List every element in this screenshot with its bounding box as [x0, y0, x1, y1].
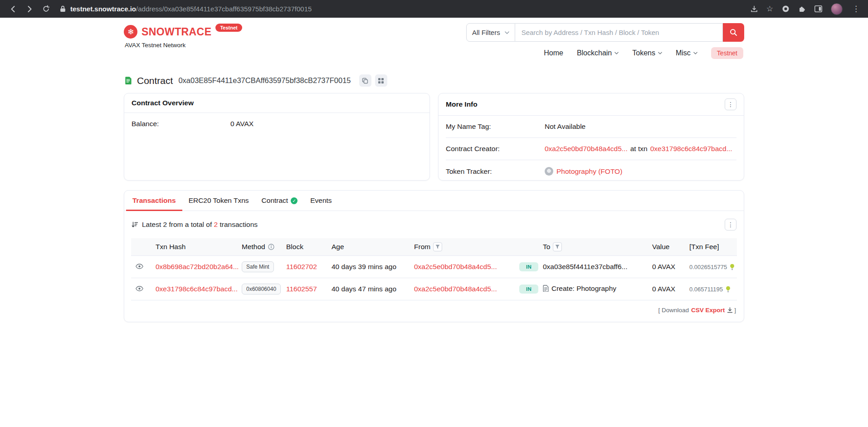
tab-contract[interactable]: Contract✓ — [255, 191, 304, 211]
from-address-link[interactable]: 0xa2c5e0bd70b48a4cd5... — [414, 263, 497, 270]
gas-lightbulb-icon — [726, 286, 731, 293]
contract-icon — [124, 76, 132, 85]
snowflake-logo-icon: ❄ — [124, 25, 137, 39]
qr-code-button[interactable] — [375, 74, 387, 87]
from-filter-button[interactable] — [433, 242, 442, 251]
browser-share-button[interactable] — [751, 5, 758, 13]
txn-hash-link[interactable]: 0x8b698ac72bd20b2a64... — [156, 263, 238, 270]
txn-hash-link[interactable]: 0xe31798c6c84c97bacd... — [156, 285, 238, 293]
chevron-down-icon — [614, 52, 619, 54]
table-row: 0x8b698ac72bd20b2a64... Safe Mint 116027… — [131, 256, 737, 278]
eye-icon — [136, 286, 143, 291]
page-title-row: Contract 0xa03E85F4411e37CBAff635975bf38… — [124, 74, 744, 87]
transactions-card: Transactions ERC20 Token Txns Contract✓ … — [124, 190, 744, 322]
search-input[interactable] — [515, 23, 723, 42]
transactions-summary-row: Latest 2 from a total of 2 transactions … — [131, 211, 737, 238]
browser-forward-button[interactable] — [23, 2, 36, 16]
nav-misc[interactable]: Misc — [676, 49, 697, 57]
name-tag-label: My Name Tag: — [446, 123, 545, 131]
chevron-down-icon — [505, 31, 509, 34]
csv-export-row: [ Download CSV Export ] — [131, 300, 737, 314]
tab-transactions[interactable]: Transactions — [126, 191, 182, 211]
transactions-count: 2 — [214, 221, 218, 228]
browser-chrome: testnet.snowtrace.io/address/0xa03e85f44… — [0, 0, 868, 18]
page-title: Contract — [137, 75, 173, 86]
token-tracker-link[interactable]: Photography (FOTO) — [556, 167, 622, 176]
split-view-button[interactable] — [814, 5, 822, 12]
browser-reload-button[interactable] — [39, 2, 53, 16]
block-link[interactable]: 11602702 — [286, 263, 317, 270]
txn-value: 0 AVAX — [652, 285, 675, 293]
name-tag-value: Not Available — [545, 123, 585, 131]
extension-button-2[interactable] — [798, 5, 806, 13]
browser-profile-avatar[interactable] — [831, 3, 843, 15]
main-nav: Home Blockchain Tokens Misc Testnet — [544, 47, 744, 59]
sort-icon — [132, 221, 138, 228]
txn-fee: 0.065711195 — [689, 286, 723, 293]
to-address: Create: Photography — [551, 285, 616, 293]
token-tracker-row: Token Tracker: Photography (FOTO) — [446, 160, 736, 182]
at-txn-label: at txn — [630, 145, 648, 153]
txn-value: 0 AVAX — [652, 263, 675, 270]
method-badge: 0x60806040 — [242, 284, 281, 294]
bookmark-star-icon[interactable]: ☆ — [766, 5, 773, 13]
search-filter-select[interactable]: All Filters — [466, 23, 515, 42]
col-age-toggle[interactable]: Age — [328, 238, 410, 256]
tab-events[interactable]: Events — [304, 191, 338, 211]
info-icon[interactable] — [268, 244, 274, 250]
transactions-menu-button[interactable]: ⋮ — [725, 219, 736, 231]
brand-testnet-badge: Testnet — [215, 24, 242, 32]
txn-preview-eye-button[interactable] — [135, 263, 144, 270]
col-txn-fee[interactable]: [Txn Fee] — [686, 238, 737, 256]
csv-export-link[interactable]: CSV Export — [691, 307, 725, 314]
direction-badge: IN — [519, 285, 538, 294]
lock-icon — [60, 5, 66, 12]
balance-row: Balance: 0 AVAX — [132, 113, 422, 135]
extension-circle-icon — [782, 5, 790, 13]
more-info-menu-button[interactable]: ⋮ — [725, 98, 736, 110]
contract-creation-icon — [543, 285, 549, 292]
token-logo-icon — [545, 167, 553, 176]
copy-address-button[interactable] — [359, 74, 371, 87]
testnet-network-button[interactable]: Testnet — [711, 47, 743, 59]
txn-fee: 0.0026515775 — [689, 264, 727, 270]
to-filter-button[interactable] — [553, 242, 562, 251]
search-button[interactable] — [723, 23, 744, 42]
method-badge: Safe Mint — [242, 261, 274, 272]
block-link[interactable]: 11602557 — [286, 285, 317, 293]
extension-button-1[interactable] — [782, 5, 790, 13]
nav-blockchain[interactable]: Blockchain — [577, 49, 619, 57]
creation-txn-link[interactable]: 0xe31798c6c84c97bacd... — [650, 145, 732, 153]
contract-creator-row: Contract Creator: 0xa2c5e0bd70b48a4cd5..… — [446, 138, 736, 160]
arrow-right-icon — [25, 5, 34, 13]
name-tag-row: My Name Tag: Not Available — [446, 116, 736, 138]
col-to: To — [539, 238, 649, 256]
tabbar: Transactions ERC20 Token Txns Contract✓ … — [124, 191, 744, 211]
direction-badge: IN — [519, 262, 538, 271]
contract-address: 0xa03E85F4411e37CBAff635975bf38cB2737F00… — [178, 76, 351, 85]
address-bar[interactable]: testnet.snowtrace.io/address/0xa03e85f44… — [60, 5, 748, 13]
col-value: Value — [649, 238, 686, 256]
more-info-card: More Info ⋮ My Name Tag: Not Available C… — [438, 93, 744, 181]
from-address-link[interactable]: 0xa2c5e0bd70b48a4cd5... — [414, 285, 497, 293]
nav-home[interactable]: Home — [544, 49, 563, 57]
contract-overview-card: Contract Overview Balance: 0 AVAX — [124, 93, 430, 181]
snowtrace-logo[interactable]: ❄ SNOWTRACE Testnet — [124, 25, 242, 39]
table-header-row: Txn Hash Method Block Age From To Value … — [131, 238, 737, 256]
copy-icon — [362, 78, 368, 84]
token-tracker-label: Token Tracker: — [446, 167, 545, 176]
funnel-icon — [555, 245, 560, 249]
col-from: From — [410, 238, 516, 256]
site-header: ❄ SNOWTRACE Testnet AVAX Testnet Network… — [0, 18, 868, 64]
funnel-icon — [435, 245, 440, 249]
browser-menu-button[interactable]: ⋮ — [851, 5, 861, 13]
arrow-left-icon — [9, 5, 17, 13]
txn-preview-eye-button[interactable] — [135, 285, 144, 292]
tab-erc20-token-txns[interactable]: ERC20 Token Txns — [182, 191, 255, 211]
url-text: testnet.snowtrace.io/address/0xa03e85f44… — [70, 5, 312, 13]
share-icon — [751, 5, 758, 13]
creator-address-link[interactable]: 0xa2c5e0bd70b48a4cd5... — [545, 145, 628, 153]
nav-tokens[interactable]: Tokens — [632, 49, 662, 57]
browser-back-button[interactable] — [6, 2, 20, 16]
reload-icon — [42, 5, 50, 13]
